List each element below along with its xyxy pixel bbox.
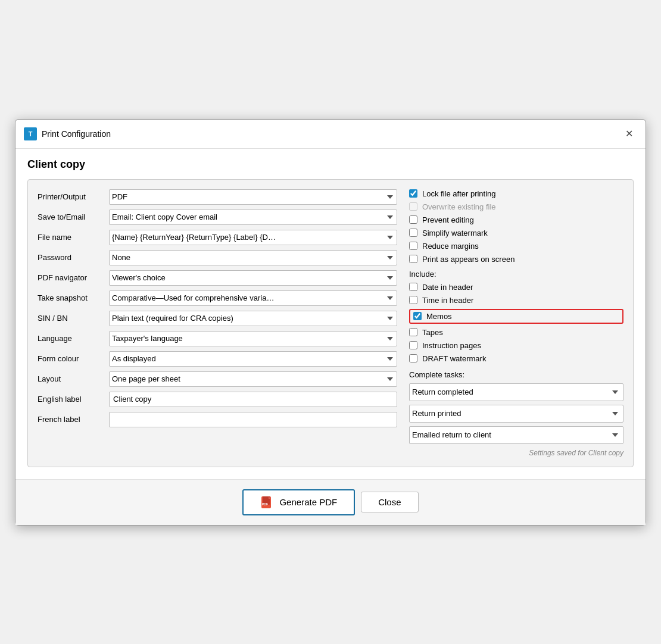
instruction-pages-row: Instruction pages (409, 341, 623, 350)
complete-tasks-label: Complete tasks: (409, 370, 623, 379)
prevent-editing-row: Prevent editing (409, 215, 623, 224)
time-header-row: Time in header (409, 296, 623, 305)
print-as-appears-label: Print as appears on screen (422, 255, 515, 264)
date-header-label: Date in header (422, 283, 473, 292)
memos-label: Memos (426, 312, 452, 321)
english-label-row: English label (38, 392, 397, 407)
include-section-label: Include: (409, 270, 623, 279)
reduce-margins-label: Reduce margins (422, 242, 479, 251)
language-row: Language Taxpayer's language (38, 331, 397, 346)
form-colour-row: Form colour As displayed (38, 351, 397, 367)
take-snapshot-row: Take snapshot Comparative—Used for compr… (38, 290, 397, 306)
file-name-select[interactable]: {Name} {ReturnYear} {ReturnType} {Label}… (109, 230, 397, 245)
pdf-navigator-row: PDF navigator Viewer's choice (38, 270, 397, 286)
file-name-label: File name (38, 233, 109, 242)
simplify-watermark-label: Simplify watermark (422, 229, 488, 237)
date-header-checkbox[interactable] (409, 283, 417, 291)
english-label-label: English label (38, 395, 109, 404)
reduce-margins-checkbox[interactable] (409, 242, 417, 250)
save-email-select[interactable]: Email: Client copy Cover email (109, 210, 397, 225)
instruction-pages-checkbox[interactable] (409, 341, 417, 349)
layout-label: Layout (38, 374, 109, 383)
settings-note: Settings saved for Client copy (409, 449, 623, 457)
close-title-button[interactable]: ✕ (621, 126, 637, 142)
draft-watermark-row: DRAFT watermark (409, 354, 623, 363)
task-select-2[interactable]: Return printed (409, 405, 623, 423)
title-bar-left: T Print Configuration (24, 127, 111, 140)
dialog-title: Print Configuration (42, 129, 111, 139)
sin-bn-label: SIN / BN (38, 314, 109, 323)
password-row: Password None (38, 250, 397, 265)
lock-file-label: Lock file after printing (422, 189, 496, 198)
simplify-watermark-row: Simplify watermark (409, 229, 623, 237)
app-icon: T (24, 127, 37, 140)
english-label-input[interactable] (109, 392, 397, 407)
task-select-3[interactable]: Emailed return to client (409, 426, 623, 444)
close-button[interactable]: Close (361, 492, 418, 512)
take-snapshot-select[interactable]: Comparative—Used for comprehensive varia… (109, 290, 397, 306)
section-title: Client copy (27, 158, 634, 171)
generate-pdf-button[interactable]: PDF Generate PDF (242, 489, 355, 515)
overwrite-row: Overwrite existing file (409, 202, 623, 211)
generate-pdf-label: Generate PDF (279, 497, 337, 507)
overwrite-label: Overwrite existing file (422, 202, 496, 211)
svg-text:PDF: PDF (262, 502, 268, 506)
printer-output-select[interactable]: PDF (109, 189, 397, 205)
date-header-row: Date in header (409, 283, 623, 292)
form-colour-label: Form colour (38, 354, 109, 363)
memos-row: Memos (409, 309, 623, 324)
printer-output-label: Printer/Output (38, 192, 109, 201)
task-select-2-wrapper: Return printed (409, 405, 623, 423)
title-bar: T Print Configuration ✕ (15, 120, 646, 149)
tapes-row: Tapes (409, 328, 623, 337)
time-header-checkbox[interactable] (409, 296, 417, 304)
language-label: Language (38, 334, 109, 343)
content-area: Printer/Output PDF Save to/Email Email: … (27, 179, 634, 467)
pdf-icon: PDF (260, 495, 275, 509)
left-panel: Printer/Output PDF Save to/Email Email: … (38, 189, 397, 457)
print-as-appears-checkbox[interactable] (409, 255, 417, 263)
password-select[interactable]: None (109, 250, 397, 265)
print-as-appears-row: Print as appears on screen (409, 255, 623, 264)
sin-bn-row: SIN / BN Plain text (required for CRA co… (38, 311, 397, 326)
french-label-label: French label (38, 415, 109, 424)
task-select-1[interactable]: Return completed (409, 383, 623, 401)
dialog-footer: PDF Generate PDF Close (15, 479, 646, 525)
save-email-label: Save to/Email (38, 212, 109, 221)
take-snapshot-label: Take snapshot (38, 293, 109, 302)
prevent-editing-label: Prevent editing (422, 215, 474, 224)
file-name-row: File name {Name} {ReturnYear} {ReturnTyp… (38, 230, 397, 245)
right-panel: Lock file after printing Overwrite exist… (409, 189, 623, 457)
french-label-input[interactable] (109, 412, 397, 427)
memos-checkbox[interactable] (413, 312, 422, 320)
draft-watermark-label: DRAFT watermark (422, 354, 486, 363)
dialog-body: Client copy Printer/Output PDF Save to/E… (15, 149, 646, 479)
save-email-row: Save to/Email Email: Client copy Cover e… (38, 210, 397, 225)
print-configuration-dialog: T Print Configuration ✕ Client copy Prin… (15, 119, 646, 526)
language-select[interactable]: Taxpayer's language (109, 331, 397, 346)
lock-file-row: Lock file after printing (409, 189, 623, 198)
close-label: Close (378, 497, 401, 507)
layout-select[interactable]: One page per sheet (109, 371, 397, 387)
pdf-navigator-select[interactable]: Viewer's choice (109, 270, 397, 286)
instruction-pages-label: Instruction pages (422, 341, 481, 350)
lock-file-checkbox[interactable] (409, 189, 417, 198)
pdf-navigator-label: PDF navigator (38, 273, 109, 282)
simplify-watermark-checkbox[interactable] (409, 229, 417, 237)
time-header-label: Time in header (422, 296, 473, 305)
task-select-3-wrapper: Emailed return to client (409, 426, 623, 444)
form-colour-select[interactable]: As displayed (109, 351, 397, 367)
reduce-margins-row: Reduce margins (409, 242, 623, 251)
printer-output-row: Printer/Output PDF (38, 189, 397, 205)
tapes-checkbox[interactable] (409, 328, 417, 336)
overwrite-checkbox[interactable] (409, 202, 417, 211)
draft-watermark-checkbox[interactable] (409, 354, 417, 362)
layout-row: Layout One page per sheet (38, 371, 397, 387)
french-label-row: French label (38, 412, 397, 427)
tapes-label: Tapes (422, 328, 443, 337)
task-select-1-wrapper: Return completed (409, 383, 623, 401)
password-label: Password (38, 253, 109, 262)
sin-bn-select[interactable]: Plain text (required for CRA copies) (109, 311, 397, 326)
prevent-editing-checkbox[interactable] (409, 215, 417, 224)
